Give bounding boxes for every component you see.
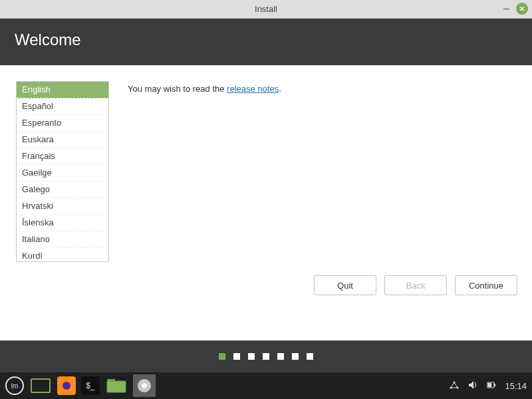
volume-icon[interactable] xyxy=(467,380,478,392)
svg-line-10 xyxy=(451,382,454,388)
language-item[interactable]: Hrvatski xyxy=(17,198,108,215)
language-item[interactable]: Euskara xyxy=(17,132,108,148)
quit-button[interactable]: Quit xyxy=(314,275,376,295)
release-notes-link[interactable]: release notes xyxy=(227,84,279,94)
language-item[interactable]: Français xyxy=(17,148,108,165)
progress-dot xyxy=(307,353,313,360)
disc-icon xyxy=(138,379,151,392)
system-tray: 15:14 xyxy=(449,380,527,392)
terminal-icon[interactable]: $_ xyxy=(81,376,100,395)
svg-text:lm: lm xyxy=(11,382,19,390)
release-notes-text: You may wish to read the release notes. xyxy=(128,81,516,340)
svg-rect-16 xyxy=(488,383,491,387)
minimize-icon[interactable]: – xyxy=(503,3,509,14)
notes-prefix: You may wish to read the xyxy=(128,84,227,94)
language-item[interactable]: Italiano xyxy=(17,231,108,248)
language-item[interactable]: Español xyxy=(17,98,108,115)
svg-marker-13 xyxy=(469,381,473,389)
installer-task-icon[interactable] xyxy=(133,374,156,397)
show-desktop-icon[interactable] xyxy=(29,376,52,396)
progress-dot xyxy=(263,353,269,360)
language-item[interactable]: Esperanto xyxy=(17,115,108,132)
continue-button[interactable]: Continue xyxy=(455,275,517,295)
language-item[interactable]: English xyxy=(17,82,108,98)
files-icon[interactable] xyxy=(105,376,128,396)
svg-rect-3 xyxy=(31,379,50,392)
taskbar: lm $_ 15:14 xyxy=(0,372,532,399)
menu-button[interactable]: lm xyxy=(5,376,24,395)
progress-indicator xyxy=(0,340,532,372)
content-area: EnglishEspañolEsperantoEuskaraFrançaisGa… xyxy=(0,65,532,340)
window-title: Install xyxy=(255,4,277,14)
language-item[interactable]: Galego xyxy=(17,182,108,198)
titlebar: Install – xyxy=(0,0,532,19)
firefox-icon[interactable] xyxy=(57,376,76,395)
page-header: Welcome xyxy=(0,19,532,65)
language-item[interactable]: Kurdî xyxy=(17,248,108,262)
svg-rect-15 xyxy=(494,384,495,386)
clock[interactable]: 15:14 xyxy=(505,381,527,391)
svg-rect-5 xyxy=(107,381,126,392)
close-icon[interactable] xyxy=(516,3,528,15)
language-list[interactable]: EnglishEspañolEsperantoEuskaraFrançaisGa… xyxy=(16,81,109,262)
progress-dot xyxy=(248,353,255,360)
page-title: Welcome xyxy=(15,31,517,49)
progress-dot xyxy=(233,353,240,360)
notes-suffix: . xyxy=(279,84,281,94)
language-item[interactable]: Gaeilge xyxy=(17,165,108,182)
button-row: Quit Back Continue xyxy=(314,275,517,295)
progress-dot xyxy=(277,353,284,360)
svg-rect-6 xyxy=(107,379,115,382)
back-button: Back xyxy=(384,275,447,295)
installer-window: Install – Welcome EnglishEspañolEsperant… xyxy=(0,0,532,372)
language-item[interactable]: Íslenska xyxy=(17,215,108,231)
progress-dot xyxy=(292,353,299,360)
progress-dot xyxy=(219,353,225,360)
battery-icon[interactable] xyxy=(486,380,497,392)
svg-point-4 xyxy=(63,382,70,390)
svg-line-11 xyxy=(454,382,458,388)
window-controls: – xyxy=(503,3,528,15)
network-icon[interactable] xyxy=(449,380,460,392)
